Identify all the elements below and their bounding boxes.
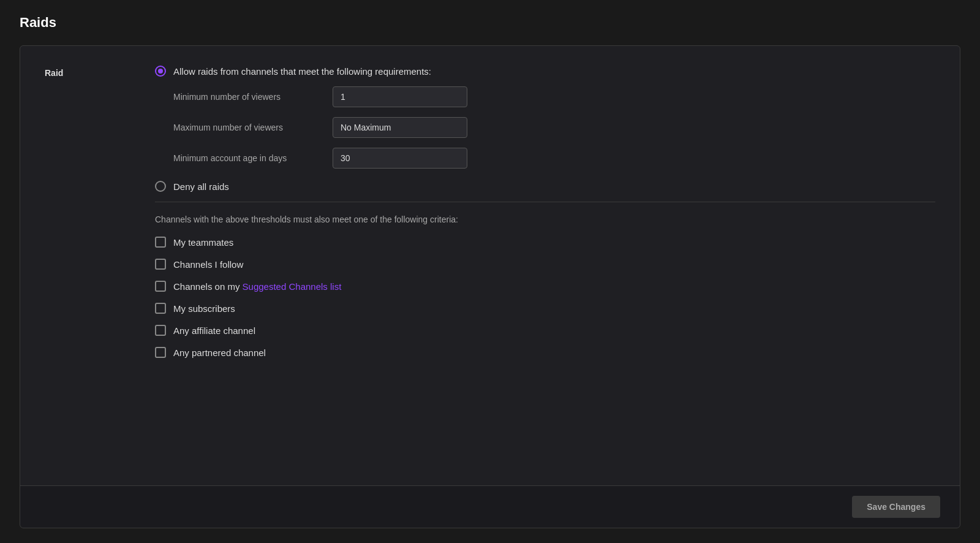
max-viewers-label: Maximum number of viewers xyxy=(173,123,320,132)
checkbox-affiliate-input[interactable] xyxy=(155,325,166,336)
max-viewers-input[interactable] xyxy=(333,117,467,138)
min-account-age-row: Minimum account age in days xyxy=(173,148,935,169)
section-label-raid: Raid xyxy=(45,66,118,466)
radio-allow-raids-label: Allow raids from channels that meet the … xyxy=(173,66,431,77)
checkbox-channels-follow-label: Channels I follow xyxy=(173,259,243,270)
radio-allow-raids-input[interactable] xyxy=(155,66,166,77)
suggested-channels-prefix: Channels on my xyxy=(173,281,243,292)
min-viewers-input[interactable] xyxy=(333,86,467,107)
max-viewers-row: Maximum number of viewers xyxy=(173,117,935,138)
page-title: Raids xyxy=(20,15,960,31)
section-body: Allow raids from channels that meet the … xyxy=(155,66,935,466)
card-footer: Save Changes xyxy=(20,485,960,528)
checkbox-suggested-channels-input[interactable] xyxy=(155,281,166,292)
checkbox-channels-follow[interactable]: Channels I follow xyxy=(155,259,935,270)
suggested-channels-link[interactable]: Suggested Channels list xyxy=(243,281,342,292)
checkbox-subscribers-input[interactable] xyxy=(155,303,166,314)
checkbox-suggested-channels-label: Channels on my Suggested Channels list xyxy=(173,281,341,292)
settings-card: Raid Allow raids from channels that meet… xyxy=(20,45,960,528)
card-content: Raid Allow raids from channels that meet… xyxy=(20,46,960,485)
checkbox-affiliate-label: Any affiliate channel xyxy=(173,325,255,336)
save-changes-button[interactable]: Save Changes xyxy=(852,496,940,518)
checkbox-suggested-channels[interactable]: Channels on my Suggested Channels list xyxy=(155,281,935,292)
checkbox-subscribers[interactable]: My subscribers xyxy=(155,303,935,314)
section-divider xyxy=(155,202,935,202)
page-wrapper: Raids Raid Allow raids from channels tha… xyxy=(0,0,980,543)
min-viewers-label: Minimum number of viewers xyxy=(173,92,320,102)
checkbox-teammates-input[interactable] xyxy=(155,237,166,248)
checkbox-teammates[interactable]: My teammates xyxy=(155,237,935,248)
checkbox-partnered[interactable]: Any partnered channel xyxy=(155,347,935,358)
radio-deny-raids-input[interactable] xyxy=(155,181,166,192)
radio-allow-raids[interactable]: Allow raids from channels that meet the … xyxy=(155,66,935,77)
viewer-fields: Minimum number of viewers Maximum number… xyxy=(173,86,935,169)
checkbox-partnered-label: Any partnered channel xyxy=(173,347,266,358)
min-account-age-label: Minimum account age in days xyxy=(173,153,320,163)
min-viewers-row: Minimum number of viewers xyxy=(173,86,935,107)
radio-deny-raids[interactable]: Deny all raids xyxy=(155,181,935,192)
min-account-age-input[interactable] xyxy=(333,148,467,169)
criteria-description: Channels with the above thresholds must … xyxy=(155,215,935,224)
checkbox-channels-follow-input[interactable] xyxy=(155,259,166,270)
checkbox-affiliate[interactable]: Any affiliate channel xyxy=(155,325,935,336)
radio-deny-raids-label: Deny all raids xyxy=(173,181,229,192)
checkbox-subscribers-label: My subscribers xyxy=(173,303,235,314)
checkbox-teammates-label: My teammates xyxy=(173,237,233,248)
checkbox-partnered-input[interactable] xyxy=(155,347,166,358)
